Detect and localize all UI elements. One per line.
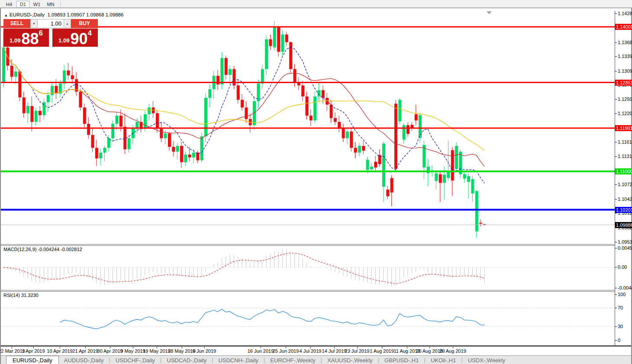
date-label: 10 Apr 2019 [47, 348, 72, 354]
date-label: 1 Aug 2019 [370, 348, 394, 354]
date-label: 30 Apr 2019 [97, 348, 123, 354]
timeframe-button-h4[interactable]: H4 [3, 1, 16, 8]
symbol-tab-audusd-daily[interactable]: AUDUSD-,Daily [59, 356, 109, 364]
date-axis: 22 Mar 20191 Apr 201910 Apr 201921 Apr 2… [1, 347, 631, 355]
timeframe-button-d1[interactable]: D1 [16, 1, 29, 8]
sell-price-prefix: 1.09 [10, 37, 20, 44]
buy-price-pip: 4 [87, 29, 91, 38]
sell-price-pip: 6 [39, 29, 42, 38]
level-price-label: 1.12851 [615, 80, 632, 86]
volume-decrease-button[interactable]: ▼ [30, 19, 38, 28]
level-price-label: 1.11000 [615, 168, 632, 174]
one-click-trade-panel: SELL ▼ ▲ BUY 1.09 88 6 1.09 90 [3, 19, 98, 47]
date-label: 6 Jun 2019 [193, 348, 216, 354]
price-axis: 1.142801.139851.136851.133901.130901.127… [615, 11, 631, 346]
timeframe-toolbar: H4D1W1MN [0, 0, 632, 8]
macd-indicator-pane[interactable]: MACD(12,26,9) -0.004244 -0.002812 [1, 246, 615, 290]
symbol-tab-eurchf-weekly[interactable]: EURCHF-,Weekly [265, 356, 321, 364]
date-label: 20 Aug 2019 [416, 348, 443, 354]
buy-button[interactable]: BUY [71, 19, 98, 28]
toolbar-separator [60, 1, 61, 6]
volume-input[interactable] [38, 19, 64, 28]
timeframe-button-mn[interactable]: MN [44, 1, 57, 8]
chart-shift-marker-icon [487, 11, 492, 14]
symbol-tab-ukoil-h1[interactable]: UKOil-,H1 [426, 356, 461, 364]
symbol-tab-bar: EURUSD-,DailyAUDUSD-,Daily|USDCHF-,Daily… [1, 355, 631, 364]
volume-increase-button[interactable]: ▲ [64, 19, 71, 28]
sell-price-big: 88 [21, 32, 39, 45]
collapse-panel-icon[interactable]: ▲ [4, 13, 8, 17]
date-label: 16 Jun 2019 [248, 348, 274, 354]
macd-label: MACD(12,26,9) -0.004244 -0.002812 [3, 247, 82, 252]
date-label: 1 Apr 2019 [22, 348, 45, 354]
buy-price-big: 90 [70, 32, 87, 45]
date-label: 19 May 2019 [143, 348, 171, 354]
rsi-indicator-pane[interactable]: RSI(14) 31.3230 [1, 292, 615, 346]
buy-price-prefix: 1.09 [58, 37, 69, 44]
level-price-label: 1.11901 [615, 125, 632, 131]
chart-symbol-label: EURUSD-,Daily [10, 12, 45, 17]
symbol-tab-eurusd-daily[interactable]: EURUSD-,Daily [6, 356, 59, 364]
symbol-tab-gbpusd-h1[interactable]: GBPUSD-,H1 [379, 356, 424, 364]
symbol-tab-usdchf-daily[interactable]: USDCHF-,Daily [110, 356, 160, 364]
date-label: 23 Jul 2019 [345, 348, 370, 354]
chart-quote-ohlc: 1.09893 1.09907 1.09868 1.09886 [47, 12, 123, 17]
date-label: 28 May 2019 [168, 348, 196, 354]
chart-window: ▲EURUSD-,Daily 1.09893 1.09907 1.09868 1… [0, 8, 632, 364]
timeframe-button-w1[interactable]: W1 [30, 1, 43, 8]
symbol-tab-usdcnh-daily[interactable]: USDCNH-,Daily [213, 356, 263, 364]
symbol-tab-usdcad-daily[interactable]: USDCAD-,Daily [161, 356, 212, 364]
sell-price-tile[interactable]: 1.09 88 6 [3, 29, 49, 47]
price-chart-pane[interactable]: ▲EURUSD-,Daily 1.09893 1.09907 1.09868 1… [1, 11, 615, 244]
date-label: 14 Jul 2019 [322, 348, 347, 354]
date-label: 21 Apr 2019 [72, 348, 98, 354]
level-price-label: 1.14009 [615, 24, 632, 30]
date-label: 29 Aug 2019 [439, 348, 466, 354]
rsi-label: RSI(14) 31.3230 [3, 293, 39, 298]
chart-title: ▲EURUSD-,Daily 1.09893 1.09907 1.09868 1… [4, 12, 123, 17]
date-label: 9 May 2019 [120, 348, 145, 354]
symbol-tab-usdx-weekly[interactable]: USDX-,Weekly [463, 356, 510, 364]
level-price-label: 1.10201 [615, 207, 632, 213]
date-label: 4 Jul 2019 [300, 348, 322, 354]
sell-button[interactable]: SELL [3, 19, 30, 28]
current-price-label: 1.09886 [615, 222, 632, 228]
mt4-terminal: H4D1W1MN ▲EURUSD-,Daily 1.09893 1.09907 … [0, 0, 632, 364]
date-label: 22 Mar 2019 [0, 348, 25, 354]
date-label: 25 Jun 2019 [273, 348, 299, 354]
symbol-tab-xauusd-weekly[interactable]: XAUUSD-,Weekly [322, 356, 378, 364]
buy-price-tile[interactable]: 1.09 90 4 [52, 29, 98, 47]
